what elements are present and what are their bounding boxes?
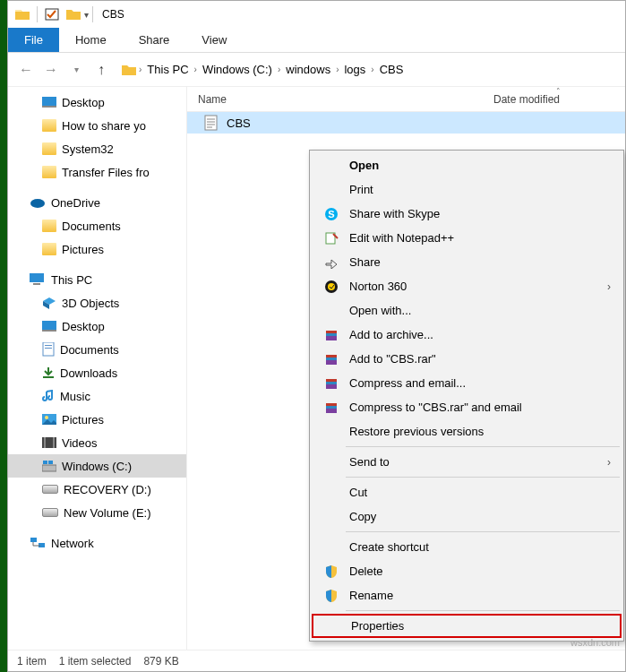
tree-label: Desktop — [62, 320, 105, 333]
tree-item-desktop[interactable]: Desktop — [8, 90, 186, 114]
navigation-tree[interactable]: Desktop How to share yo System32 Transfe… — [8, 87, 187, 650]
ctx-archive[interactable]: Add to archive... — [312, 323, 622, 347]
ctx-print[interactable]: Print — [312, 177, 622, 202]
pc-icon — [30, 273, 46, 286]
history-dropdown[interactable]: ▾ — [64, 57, 89, 82]
network-icon — [30, 537, 46, 549]
tree-item-folder[interactable]: How to share yo — [8, 114, 186, 137]
document-icon — [42, 342, 55, 357]
skype-icon: S — [322, 206, 340, 222]
ctx-openwith[interactable]: Open with... — [312, 298, 622, 323]
svg-rect-10 — [43, 342, 54, 356]
ctx-delete[interactable]: Delete — [312, 559, 622, 583]
tree-label: Videos — [62, 436, 98, 450]
svg-rect-1 — [42, 97, 56, 106]
ctx-compressrar[interactable]: Compress to "CBS.rar" and email — [312, 395, 622, 419]
tree-item-folder[interactable]: Documents — [8, 214, 186, 237]
svg-rect-30 — [326, 331, 337, 333]
svg-rect-17 — [53, 437, 55, 448]
folder-icon — [15, 8, 30, 21]
view-tab[interactable]: View — [185, 28, 243, 52]
tree-item-pictures[interactable]: Pictures — [8, 408, 186, 431]
chevron-right-icon[interactable]: › — [276, 65, 282, 74]
tree-item-newvolume[interactable]: New Volume (E:) — [8, 501, 186, 524]
ctx-properties[interactable]: Properties — [312, 614, 622, 638]
tree-label: OneDrive — [51, 196, 100, 210]
ctx-notepad[interactable]: Edit with Notepad++ — [312, 226, 622, 250]
ctx-share[interactable]: Share — [312, 250, 622, 274]
ctx-rename[interactable]: Rename — [312, 583, 622, 607]
tree-item-thispc[interactable]: This PC — [8, 268, 186, 291]
chevron-right-icon[interactable]: › — [369, 65, 375, 74]
forward-button[interactable]: → — [39, 57, 64, 82]
tree-label: Music — [60, 390, 90, 403]
folder-icon — [121, 64, 137, 76]
checkbox-icon[interactable] — [45, 8, 59, 21]
desktop-icon — [42, 321, 56, 332]
share-tab[interactable]: Share — [123, 28, 186, 52]
tree-item-onedrive[interactable]: OneDrive — [8, 191, 186, 214]
breadcrumb-item[interactable]: This PC — [143, 63, 192, 76]
chevron-right-icon[interactable]: › — [137, 65, 143, 74]
winrar-icon — [322, 351, 340, 367]
up-button[interactable]: ↑ — [89, 57, 114, 82]
home-tab[interactable]: Home — [59, 28, 123, 52]
tree-item-folder[interactable]: System32 — [8, 137, 186, 160]
context-menu: Open Print SShare with Skype Edit with N… — [309, 150, 624, 642]
winrar-icon — [322, 327, 340, 343]
tree-item-documents[interactable]: Documents — [8, 338, 186, 361]
svg-rect-19 — [43, 461, 47, 464]
ctx-open[interactable]: Open — [312, 153, 622, 177]
tree-item-desktop[interactable]: Desktop — [8, 314, 186, 338]
address-bar[interactable]: › This PC › Windows (C:) › windows › log… — [121, 63, 407, 76]
ctx-copy[interactable]: Copy — [312, 504, 622, 529]
back-button[interactable]: ← — [13, 57, 39, 82]
breadcrumb-item[interactable]: CBS — [376, 63, 407, 76]
windows-disk-icon — [42, 460, 56, 472]
breadcrumb-item[interactable]: Windows (C:) — [199, 63, 276, 76]
watermark: wsxdn.com — [570, 637, 620, 648]
download-icon — [42, 366, 55, 379]
chevron-right-icon[interactable]: › — [334, 65, 340, 74]
disk-icon — [42, 508, 58, 517]
tree-item-music[interactable]: Music — [8, 384, 186, 408]
objects-icon — [42, 297, 56, 309]
tree-item-windows-c[interactable]: Windows (C:) — [8, 454, 186, 478]
tree-item-folder[interactable]: Transfer Files fro — [8, 160, 186, 184]
svg-rect-20 — [48, 461, 53, 464]
separator — [346, 477, 620, 478]
ctx-addrar[interactable]: Add to "CBS.rar" — [312, 347, 622, 371]
svg-rect-2 — [42, 106, 56, 108]
ctx-restore[interactable]: Restore previous versions — [312, 419, 622, 444]
file-row[interactable]: CBS — [187, 112, 625, 134]
breadcrumb-item[interactable]: windows — [282, 63, 334, 76]
svg-rect-21 — [30, 538, 37, 542]
svg-rect-11 — [45, 345, 52, 346]
tree-item-3dobjects[interactable]: 3D Objects — [8, 291, 186, 314]
tree-label: Pictures — [62, 243, 104, 256]
tree-label: 3D Objects — [62, 297, 119, 310]
tree-item-network[interactable]: Network — [8, 531, 186, 555]
winrar-icon — [322, 375, 340, 392]
folder-icon[interactable] — [66, 8, 81, 21]
ctx-sendto[interactable]: Send to› — [312, 450, 622, 474]
chevron-right-icon[interactable]: › — [193, 65, 199, 74]
video-icon — [42, 437, 56, 448]
tree-label: Network — [51, 537, 94, 550]
ctx-norton[interactable]: Norton 360› — [312, 274, 622, 298]
onedrive-icon — [30, 197, 46, 208]
ctx-cut[interactable]: Cut — [312, 480, 622, 504]
ctx-shortcut[interactable]: Create shortcut — [312, 535, 622, 559]
file-tab[interactable]: File — [8, 28, 59, 52]
breadcrumb-item[interactable]: logs — [340, 63, 369, 76]
ctx-skype[interactable]: SShare with Skype — [312, 202, 622, 226]
ctx-compress[interactable]: Compress and email... — [312, 371, 622, 395]
tree-item-videos[interactable]: Videos — [8, 431, 186, 454]
dropdown-caret-icon[interactable]: ▾ — [84, 10, 89, 20]
tree-item-downloads[interactable]: Downloads — [8, 361, 186, 384]
tree-label: Desktop — [62, 96, 105, 109]
tree-item-recovery[interactable]: RECOVERY (D:) — [8, 478, 186, 501]
norton-icon — [322, 279, 340, 295]
tree-item-folder[interactable]: Pictures — [8, 237, 186, 261]
folder-icon — [42, 166, 56, 178]
